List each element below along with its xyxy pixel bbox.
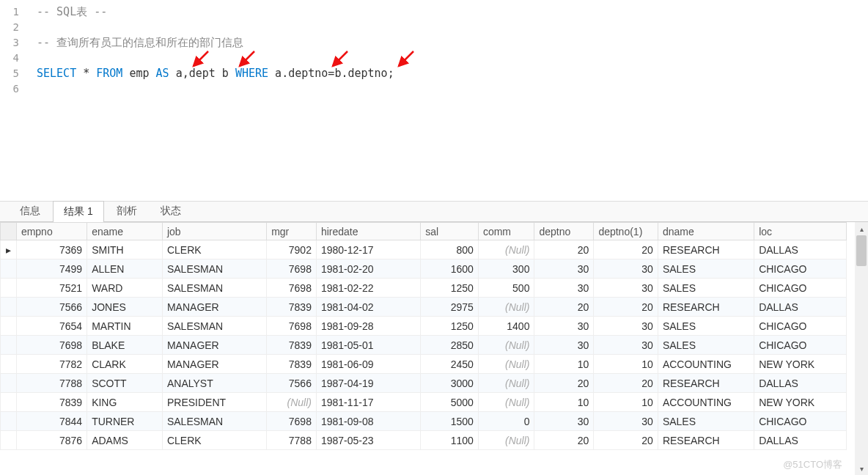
cell[interactable]: SALES [658,336,754,355]
table-row[interactable]: 7566JONESMANAGER78391981-04-022975(Null)… [1,298,847,317]
cell[interactable]: 10 [594,393,658,412]
cell[interactable]: 7521 [16,279,87,298]
cell[interactable]: 1987-04-19 [316,374,420,393]
cell[interactable]: 20 [534,240,594,259]
cell[interactable]: MANAGER [162,355,266,374]
cell[interactable]: ADAMS [87,431,163,450]
cell[interactable]: (Null) [478,355,534,374]
cell[interactable]: 20 [594,374,658,393]
cell[interactable]: 1981-09-28 [316,317,420,336]
table-row[interactable]: 7782CLARKMANAGER78391981-06-092450(Null)… [1,355,847,374]
cell[interactable]: DALLAS [754,298,847,317]
cell[interactable]: 20 [534,298,594,317]
cell[interactable]: CLERK [162,240,266,259]
col-header-loc[interactable]: loc [754,223,847,240]
cell[interactable]: ALLEN [87,259,163,279]
cell[interactable]: 30 [594,317,658,336]
cell[interactable]: ACCOUNTING [658,393,754,412]
scroll-down-icon[interactable]: ▾ [855,462,868,475]
cell[interactable]: CHICAGO [754,259,847,279]
scroll-up-icon[interactable]: ▴ [855,222,868,235]
cell[interactable]: CHICAGO [754,279,847,298]
cell[interactable]: 1981-02-20 [316,259,420,279]
cell[interactable]: NEW YORK [754,393,847,412]
cell[interactable]: 20 [594,298,658,317]
cell[interactable]: (Null) [267,393,317,412]
cell[interactable]: 7839 [267,336,317,355]
cell[interactable]: KING [87,393,163,412]
cell[interactable]: 300 [478,259,534,279]
cell[interactable]: 1250 [421,317,479,336]
cell[interactable]: 7839 [16,393,87,412]
cell[interactable]: SCOTT [87,374,163,393]
cell[interactable]: 1100 [421,431,479,450]
cell[interactable]: 1981-05-01 [316,336,420,355]
col-header-deptno(1)[interactable]: deptno(1) [594,223,658,240]
col-header-empno[interactable]: empno [16,223,87,240]
cell[interactable]: CLERK [162,431,266,450]
col-header-deptno[interactable]: deptno [534,223,594,240]
cell[interactable]: SALESMAN [162,259,266,279]
cell[interactable]: 2975 [421,298,479,317]
cell[interactable]: 500 [478,279,534,298]
cell[interactable]: 20 [594,431,658,450]
cell[interactable]: 1980-12-17 [316,240,420,259]
table-row[interactable]: 7698BLAKEMANAGER78391981-05-012850(Null)… [1,336,847,355]
cell[interactable]: 7902 [267,240,317,259]
cell[interactable]: 1400 [478,317,534,336]
cell[interactable]: DALLAS [754,431,847,450]
scroll-thumb[interactable] [856,235,867,266]
table-row[interactable]: 7839KINGPRESIDENT(Null)1981-11-175000(Nu… [1,393,847,412]
cell[interactable]: SALES [658,279,754,298]
cell[interactable]: MANAGER [162,298,266,317]
cell[interactable]: SMITH [87,240,163,259]
cell[interactable]: 1981-02-22 [316,279,420,298]
cell[interactable]: 7788 [267,431,317,450]
cell[interactable]: 10 [534,393,594,412]
cell[interactable]: 1981-06-09 [316,355,420,374]
cell[interactable]: MARTIN [87,317,163,336]
cell[interactable]: SALES [658,259,754,279]
cell[interactable]: ACCOUNTING [658,355,754,374]
col-header-sal[interactable]: sal [421,223,479,240]
cell[interactable]: 7839 [267,298,317,317]
cell[interactable]: 0 [478,412,534,431]
cell[interactable]: (Null) [478,298,534,317]
cell[interactable]: 7698 [267,279,317,298]
cell[interactable]: CHICAGO [754,412,847,431]
cell[interactable]: 1987-05-23 [316,431,420,450]
col-header-comm[interactable]: comm [478,223,534,240]
cell[interactable]: 30 [534,259,594,279]
cell[interactable]: WARD [87,279,163,298]
cell[interactable]: 1500 [421,412,479,431]
cell[interactable]: 30 [534,412,594,431]
cell[interactable]: RESEARCH [658,298,754,317]
col-header-ename[interactable]: ename [87,223,163,240]
cell[interactable]: RESEARCH [658,374,754,393]
cell[interactable]: 7876 [16,431,87,450]
cell[interactable]: 2850 [421,336,479,355]
cell[interactable]: 1981-09-08 [316,412,420,431]
table-row[interactable]: 7654MARTINSALESMAN76981981-09-2812501400… [1,317,847,336]
cell[interactable]: 7698 [267,412,317,431]
cell[interactable]: RESEARCH [658,240,754,259]
cell[interactable]: ANALYST [162,374,266,393]
cell[interactable]: 30 [594,336,658,355]
cell[interactable]: 7788 [16,374,87,393]
cell[interactable]: CLARK [87,355,163,374]
cell[interactable]: 7698 [267,259,317,279]
cell[interactable]: JONES [87,298,163,317]
cell[interactable]: CHICAGO [754,336,847,355]
col-header-job[interactable]: job [162,223,266,240]
cell[interactable]: 20 [594,240,658,259]
cell[interactable]: 7782 [16,355,87,374]
table-row[interactable]: 7521WARDSALESMAN76981981-02-221250500303… [1,279,847,298]
cell[interactable]: 7499 [16,259,87,279]
table-row[interactable]: 7788SCOTTANALYST75661987-04-193000(Null)… [1,374,847,393]
table-row[interactable]: ▸7369SMITHCLERK79021980-12-17800(Null)20… [1,240,847,259]
cell[interactable]: 1981-11-17 [316,393,420,412]
cell[interactable]: 20 [534,374,594,393]
cell[interactable]: (Null) [478,393,534,412]
cell[interactable]: 800 [421,240,479,259]
cell[interactable]: SALESMAN [162,412,266,431]
